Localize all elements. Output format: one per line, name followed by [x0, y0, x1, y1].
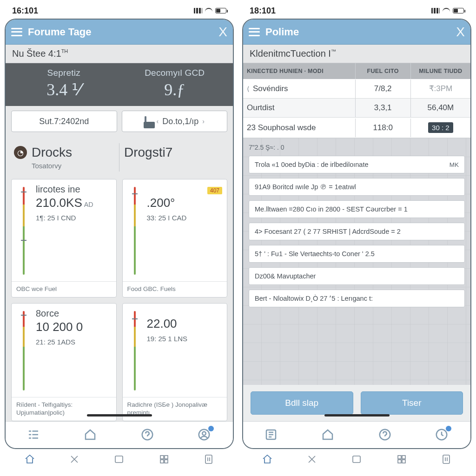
table-row[interactable]: ⟨Sovéndirs 7/8,2 ₹:3PM — [243, 79, 470, 99]
summary-left: Sepretiz 3.4 ⅟ — [8, 68, 119, 99]
nav-profile-icon[interactable] — [197, 428, 212, 443]
svg-rect-13 — [398, 456, 401, 459]
category-left-icon: ◔ — [14, 146, 27, 159]
sys-close-icon[interactable] — [305, 453, 319, 465]
header-title: Forume Tage — [28, 26, 92, 38]
svg-point-2 — [202, 431, 206, 435]
date-pill[interactable]: Sut.7:2402nd — [11, 111, 117, 132]
gauge-icon — [127, 184, 143, 278]
status-time: 16:101 — [12, 6, 38, 16]
table-row[interactable]: Ourtdist 3,3,1 56,40M — [243, 99, 470, 118]
list-header-line: 7"2.5 Ş≈: . 0 — [249, 144, 465, 151]
table-row[interactable]: 23 Souphosal wsde 118:0 30 : 2 — [243, 118, 470, 138]
card-2[interactable]: 8orce 10 200 0 21: 25 1ADS Riīdent - Tel… — [11, 303, 117, 422]
status-bar: 16:101 — [5, 3, 234, 19]
nav-help-icon[interactable] — [140, 428, 155, 443]
svg-rect-6 — [160, 460, 164, 463]
list-pane: 7"2.5 Ş≈: . 0 Trola «1 0oed byDia : de i… — [243, 138, 470, 385]
card-grid: lircotes ine 210.0KSAD 1¶: 25 I CND OBC … — [6, 176, 233, 421]
category-left-sub: Tosatorvy — [32, 162, 114, 170]
secondary-button[interactable]: Tiser — [361, 391, 463, 415]
system-nav — [5, 449, 234, 469]
sys-recent-icon[interactable] — [112, 453, 126, 465]
status-bar: 18:101 — [242, 3, 471, 19]
category-right[interactable]: Drogsti7 — [121, 143, 227, 162]
th-b: FUEL CITO — [356, 63, 411, 79]
home-indicator[interactable] — [87, 414, 152, 416]
device-frame: Polime X KldenitmcTuection I™ KINECTED H… — [242, 19, 471, 449]
signal-icon — [194, 8, 202, 13]
status-icons — [194, 8, 226, 13]
sys-home-icon[interactable] — [260, 453, 274, 465]
sys-digit-icon[interactable] — [439, 453, 453, 465]
summary-left-value: 3.4 ⅟ — [8, 80, 119, 99]
status-icons — [431, 8, 464, 13]
signal-icon — [431, 8, 440, 13]
dest-pill[interactable]: ‹ Do.to,1/ıp › — [122, 111, 228, 132]
wifi-icon — [205, 8, 212, 13]
svg-rect-3 — [115, 456, 123, 463]
tag-badge: 407 — [207, 187, 222, 194]
gauge-icon — [16, 184, 32, 278]
nav-profile-icon[interactable] — [435, 428, 450, 443]
svg-rect-17 — [443, 455, 450, 463]
th-c: MILUNE TIUDD — [411, 63, 470, 79]
summary-right-label: Decomyıl GCD — [119, 68, 231, 78]
header-title: Polime — [265, 26, 299, 38]
sys-digit-icon[interactable] — [202, 453, 216, 465]
value-pill: 30 : 2 — [428, 122, 453, 133]
menu-icon[interactable] — [249, 28, 260, 36]
card-3[interactable]: 22.00 19: 25 1 LNS Radichre (ISБe ) Jono… — [122, 303, 228, 422]
category-row: ◔ Drocks Tosatorvy Drogsti7 — [6, 137, 233, 176]
app-header: Forume Tage X — [6, 20, 233, 45]
svg-rect-7 — [165, 460, 168, 463]
nav-list-icon[interactable] — [264, 428, 279, 443]
subheader: KldenitmcTuection I™ — [243, 45, 470, 63]
menu-icon[interactable] — [11, 28, 22, 36]
wifi-icon — [443, 8, 450, 13]
main-content: KINECTED HUNIEN · MODI FUEL CITO MILUNE … — [243, 63, 470, 421]
app-header: Polime X — [243, 20, 470, 45]
home-indicator[interactable] — [324, 414, 390, 416]
nav-home-icon[interactable] — [321, 428, 336, 443]
summary-left-label: Sepretiz — [8, 68, 119, 78]
svg-rect-14 — [402, 456, 405, 459]
nav-home-icon[interactable] — [83, 428, 98, 443]
sys-grid-icon[interactable] — [157, 453, 171, 465]
sys-home-icon[interactable] — [23, 453, 37, 465]
list-item[interactable]: Me.lltwaen =280 Cıo in 2800 - SEST Cəurc… — [249, 200, 465, 218]
th-a: KINECTED HUNIEN · MODI — [243, 63, 356, 79]
category-left-title: Drocks — [32, 145, 72, 160]
svg-rect-15 — [398, 460, 401, 463]
system-nav — [242, 449, 471, 469]
card-1[interactable]: 407 .200° 33: 25 I CAD Food GBC. Fuels — [122, 179, 228, 298]
app-bottom-nav — [243, 421, 470, 448]
list-item[interactable]: 91A9 Boritcd ıwıle Jp ℗ = 1eatıwl — [249, 178, 465, 196]
summary-right-value: 9.ƒ — [119, 80, 231, 99]
close-icon[interactable]: X — [456, 26, 465, 39]
primary-button[interactable]: Bdll slap — [251, 391, 353, 415]
sys-close-icon[interactable] — [67, 453, 81, 465]
list-item[interactable]: Bert - Nloaltowix D¸Ò 27 ʼ5 : Lerıganc t… — [249, 290, 465, 307]
device-frame: Forume Tage X Nu Štee 4:1TH Sepretiz 3.4… — [5, 19, 234, 449]
list-item[interactable]: 5† ' : Fu1 - Sle Vertaechts-to Coner ' 2… — [249, 245, 465, 263]
sys-recent-icon[interactable] — [350, 453, 364, 465]
summary-right: Decomyıl GCD 9.ƒ — [119, 68, 231, 99]
svg-point-0 — [142, 429, 152, 440]
summary-panel: Sepretiz 3.4 ⅟ Decomyıl GCD 9.ƒ — [6, 63, 233, 106]
category-left[interactable]: ◔ Drocks Tosatorvy — [11, 143, 117, 172]
main-content: Sepretiz 3.4 ⅟ Decomyıl GCD 9.ƒ Sut.7:24… — [6, 63, 233, 421]
list-item[interactable]: Dz00& Mavuptacher — [249, 267, 465, 285]
battery-icon — [453, 8, 464, 13]
lock-icon — [145, 117, 153, 126]
sys-grid-icon[interactable] — [395, 453, 409, 465]
list-item[interactable]: 4> Focesant 27 ( 2 77 SRHIST | AdcrdSoud… — [249, 223, 465, 240]
close-icon[interactable]: X — [218, 26, 227, 39]
list-item[interactable]: Trola «1 0oed byDia : de irlbediloınateM… — [249, 156, 465, 173]
svg-rect-12 — [353, 456, 360, 463]
nav-help-icon[interactable] — [378, 428, 393, 443]
nav-list-icon[interactable] — [26, 428, 41, 443]
divider — [119, 143, 119, 172]
card-0[interactable]: lircotes ine 210.0KSAD 1¶: 25 I CND OBC … — [11, 179, 117, 298]
category-right-title: Drogsti7 — [124, 145, 172, 160]
